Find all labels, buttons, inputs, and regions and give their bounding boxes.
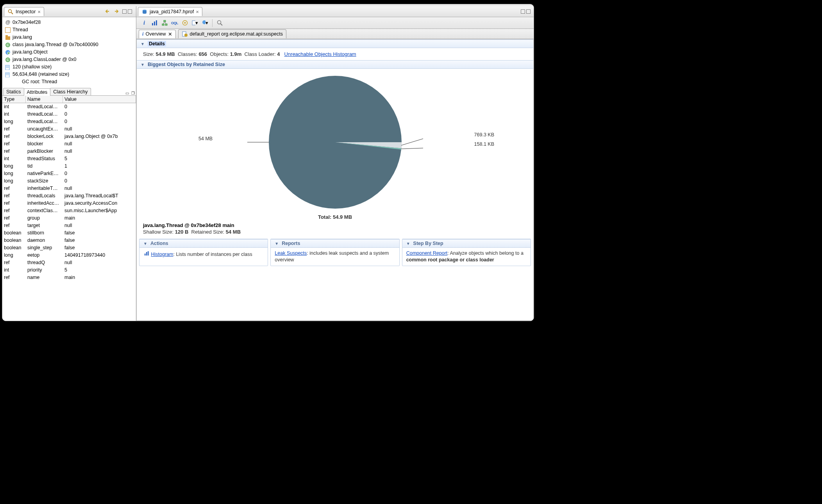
unreachable-link[interactable]: Unreachable Objects Histogram bbox=[284, 51, 356, 57]
table-row[interactable]: intthreadStatus5 bbox=[2, 155, 136, 163]
inspector-subtabs: Statics Attributes Class Hierarchy ▭ ❐ bbox=[2, 87, 136, 96]
svg-text:C: C bbox=[7, 43, 9, 47]
editor-toolbar: i OQL ▾ ▾ bbox=[136, 17, 534, 29]
subtab-attributes[interactable]: Attributes bbox=[24, 88, 51, 96]
tree-row[interactable]: @0x7be34ef28 bbox=[5, 19, 134, 26]
tree-row[interactable]: 56,634,648 (retained size) bbox=[5, 71, 134, 78]
tree-row[interactable]: GC root: Thread bbox=[5, 78, 134, 86]
minimize-icon[interactable]: ▭ bbox=[124, 91, 130, 95]
tree-label: java.lang.ClassLoader @ 0x0 bbox=[13, 56, 76, 63]
report-tab[interactable]: default_report org.eclipse.mat.api:suspe… bbox=[178, 29, 286, 38]
table-row[interactable]: longstackSize0 bbox=[2, 177, 136, 185]
inspector-tab[interactable]: Inspector ✕ bbox=[4, 7, 44, 16]
selected-object-heading: java.lang.Thread @ 0x7be34ef28 main bbox=[143, 222, 527, 228]
table-row[interactable]: intthreadLocal…0 bbox=[2, 111, 136, 118]
table-row[interactable]: reftargetnull bbox=[2, 222, 136, 229]
run-report-icon[interactable]: ▾ bbox=[192, 20, 198, 26]
svg-line-35 bbox=[401, 139, 423, 145]
collapse-icon[interactable]: ▼ bbox=[141, 63, 145, 67]
svg-point-32 bbox=[184, 34, 188, 37]
editor-tab-label: java_pid17847.hprof bbox=[150, 9, 194, 14]
stepbystep-section: ▼Step By Step Component Report: Analyze … bbox=[402, 239, 531, 266]
pie-total: Total: 54.9 MB bbox=[137, 214, 533, 220]
section-title: Details bbox=[148, 41, 166, 46]
restore-icon[interactable]: ❐ bbox=[130, 91, 136, 95]
info-icon[interactable]: i bbox=[141, 20, 147, 26]
table-row[interactable]: refblockerLockjava.lang.Object @ 0x7b bbox=[2, 133, 136, 140]
class-icon: C bbox=[5, 42, 11, 48]
find-icon[interactable] bbox=[216, 20, 223, 26]
table-row[interactable]: longnativeParkE…0 bbox=[2, 170, 136, 177]
tree-label: Thread bbox=[13, 26, 28, 34]
tree-row[interactable]: java.lang.Object bbox=[5, 48, 134, 56]
tree-row[interactable]: java.lang bbox=[5, 34, 134, 41]
report-tab-label: default_report org.eclipse.mat.api:suspe… bbox=[190, 31, 283, 37]
loader-value: 4 bbox=[277, 51, 280, 57]
svg-rect-39 bbox=[148, 251, 149, 256]
subtab-classhierarchy[interactable]: Class Hierarchy bbox=[50, 88, 91, 95]
histogram-icon[interactable] bbox=[151, 20, 157, 26]
sync-back-icon[interactable] bbox=[104, 9, 111, 15]
svg-rect-14 bbox=[6, 73, 9, 74]
editor-tab[interactable]: java_pid17847.hprof ✕ bbox=[138, 7, 202, 16]
table-row[interactable]: refthreadLocalsjava.lang.ThreadLocal$T bbox=[2, 192, 136, 200]
maximize-icon[interactable] bbox=[128, 9, 132, 14]
classes-value: 656 bbox=[198, 51, 207, 57]
svg-point-29 bbox=[217, 21, 221, 24]
table-row[interactable]: refcontextClas…sun.misc.Launcher$App bbox=[2, 207, 136, 214]
table-row[interactable]: refgroupmain bbox=[2, 214, 136, 222]
tree-row[interactable]: Thread bbox=[5, 26, 134, 34]
tree-row[interactable]: Cclass java.lang.Thread @ 0x7bc400090 bbox=[5, 41, 134, 48]
close-icon[interactable]: ✕ bbox=[38, 10, 41, 14]
table-row[interactable]: booleansingle_stepfalse bbox=[2, 244, 136, 252]
table-row[interactable]: refblockernull bbox=[2, 140, 136, 148]
component-report-link[interactable]: Component Report bbox=[406, 250, 448, 256]
leak-suspects-link[interactable]: Leak Suspects bbox=[275, 250, 307, 256]
col-value[interactable]: Value bbox=[63, 96, 136, 103]
section-biggest[interactable]: ▼ Biggest Objects by Retained Size bbox=[137, 60, 533, 69]
table-row[interactable]: intthreadLocal…0 bbox=[2, 103, 136, 111]
close-icon[interactable]: ✕ bbox=[168, 31, 172, 37]
magnifier-icon bbox=[7, 9, 14, 15]
dominator-tree-icon[interactable] bbox=[161, 20, 168, 26]
histogram-icon bbox=[143, 250, 150, 256]
collapse-icon[interactable]: ▼ bbox=[141, 42, 145, 46]
svg-line-24 bbox=[164, 22, 166, 24]
size-value: 54.9 MB bbox=[156, 51, 175, 57]
thread-overview-icon[interactable] bbox=[182, 20, 188, 26]
sync-fwd-icon[interactable] bbox=[113, 9, 120, 15]
minimize-icon[interactable] bbox=[122, 9, 127, 14]
table-row[interactable]: refparkBlockernull bbox=[2, 148, 136, 155]
section-title: Biggest Objects by Retained Size bbox=[148, 62, 225, 67]
table-row[interactable]: refinheritedAcc…java.security.AccessCon bbox=[2, 200, 136, 207]
table-row[interactable]: refuncaughtEx…null bbox=[2, 125, 136, 133]
table-row[interactable]: refthreadQnull bbox=[2, 259, 136, 266]
svg-point-26 bbox=[184, 22, 186, 24]
subtab-statics[interactable]: Statics bbox=[3, 88, 24, 95]
oql-icon[interactable]: OQL bbox=[172, 20, 178, 26]
table-row[interactable]: longtid1 bbox=[2, 163, 136, 170]
reports-section: ▼Reports Leak Suspects: includes leak su… bbox=[270, 239, 399, 266]
col-type[interactable]: Type bbox=[2, 96, 26, 103]
details-body: Size: 54.9 MB Classes: 656 Objects: 1.9m… bbox=[137, 48, 533, 60]
svg-rect-27 bbox=[192, 21, 195, 25]
table-row[interactable]: intpriority5 bbox=[2, 266, 136, 274]
minimize-icon[interactable] bbox=[521, 9, 525, 14]
table-row[interactable]: booleanstillbornfalse bbox=[2, 229, 136, 237]
table-row[interactable]: longthreadLocal…0 bbox=[2, 118, 136, 125]
close-icon[interactable]: ✕ bbox=[196, 10, 199, 14]
table-row[interactable]: refnamemain bbox=[2, 274, 136, 281]
tree-row[interactable]: Cjava.lang.ClassLoader @ 0x0 bbox=[5, 56, 134, 63]
section-details[interactable]: ▼ Details bbox=[137, 39, 533, 48]
maximize-icon[interactable] bbox=[526, 9, 531, 14]
query-browser-icon[interactable]: ▾ bbox=[202, 20, 208, 26]
svg-rect-19 bbox=[156, 20, 157, 25]
histogram-link[interactable]: Histogram bbox=[151, 252, 173, 257]
info-icon: i bbox=[142, 31, 143, 37]
table-row[interactable]: longeetop140491718973440 bbox=[2, 252, 136, 259]
overview-tab[interactable]: i Overview ✕ bbox=[139, 30, 176, 38]
table-row[interactable]: booleandaemonfalse bbox=[2, 237, 136, 244]
table-row[interactable]: refinheritableT…null bbox=[2, 185, 136, 192]
tree-row[interactable]: 120 (shallow size) bbox=[5, 63, 134, 71]
col-name[interactable]: Name bbox=[26, 96, 63, 103]
